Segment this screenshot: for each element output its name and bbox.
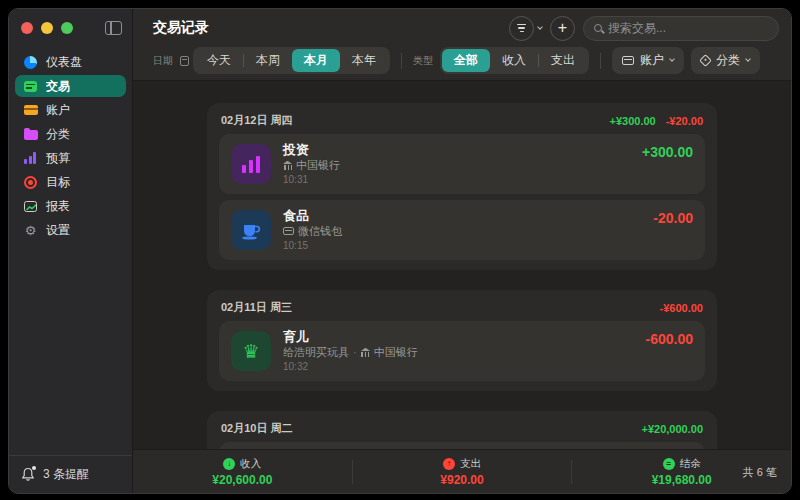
search-field[interactable] <box>583 16 779 41</box>
toolbar: 交易记录 + <box>133 9 791 81</box>
chevron-down-icon <box>669 56 675 62</box>
settings-gear-icon: ⚙ <box>23 223 38 238</box>
fullscreen-window-button[interactable] <box>61 22 73 34</box>
transaction-list[interactable]: 02月12日 周四 +¥300.00 -¥20.00 投资 中国银行 <box>133 81 791 449</box>
budget-bars-icon <box>23 151 38 166</box>
group-expense-total: -¥20.00 <box>666 115 703 127</box>
main-area: 交易记录 + <box>132 9 791 493</box>
search-input[interactable] <box>608 21 768 35</box>
type-option-expense[interactable]: 支出 <box>539 49 587 72</box>
bank-icon <box>361 348 370 357</box>
desktop-background: 仪表盘 交易 账户 分类 预算 <box>0 0 800 500</box>
calendar-icon <box>180 56 189 66</box>
filter-bar: 日期 今天 本周 本月 本年 类型 全部 收入 支 <box>133 47 791 80</box>
income-summary: ↓ 收入 ¥20,600.00 <box>133 457 352 487</box>
investment-category-icon <box>231 144 271 184</box>
sidebar: 仪表盘 交易 账户 分类 预算 <box>9 9 132 493</box>
bell-icon <box>21 467 35 482</box>
transaction-row[interactable]: 食品 微信钱包 10:15 -20.00 <box>219 200 705 260</box>
expense-label: 支出 <box>460 457 481 471</box>
transaction-amount: +300.00 <box>642 144 693 160</box>
transaction-amount: -20.00 <box>653 210 693 226</box>
transaction-account: 中国银行 <box>374 345 418 359</box>
search-icon <box>594 24 602 32</box>
chevron-down-icon <box>537 24 543 30</box>
date-option-year[interactable]: 本年 <box>340 49 388 72</box>
group-date: 02月11日 周三 <box>221 300 292 315</box>
wallet-icon <box>283 227 294 235</box>
app-window: 仪表盘 交易 账户 分类 预算 <box>8 8 792 494</box>
balance-icon: = <box>663 458 675 470</box>
sidebar-item-dashboard[interactable]: 仪表盘 <box>15 51 126 73</box>
sidebar-item-label: 分类 <box>46 126 70 143</box>
account-filter-label: 账户 <box>640 52 664 69</box>
expense-value: ¥920.00 <box>440 473 483 487</box>
sidebar-item-settings[interactable]: ⚙ 设置 <box>15 219 126 241</box>
filter-divider <box>600 53 601 69</box>
date-option-month[interactable]: 本月 <box>292 49 340 72</box>
reminders-row[interactable]: 3 条提醒 <box>9 455 132 493</box>
transaction-amount: -600.00 <box>646 331 693 347</box>
transaction-group: 02月10日 周二 +¥20,000.00 工资 +20,000.00 <box>207 411 717 449</box>
date-option-week[interactable]: 本周 <box>244 49 292 72</box>
accounts-card-icon <box>23 103 38 118</box>
add-transaction-button[interactable]: + <box>550 16 575 41</box>
type-filter-label: 类型 <box>413 54 433 68</box>
transaction-time: 10:32 <box>283 360 418 373</box>
account-filter-button[interactable]: 账户 <box>612 47 684 74</box>
sidebar-item-reports[interactable]: 报表 <box>15 195 126 217</box>
date-option-today[interactable]: 今天 <box>195 49 243 72</box>
food-category-icon <box>231 210 271 250</box>
window-controls <box>21 22 73 34</box>
date-filter-label: 日期 <box>153 54 173 68</box>
card-icon <box>622 56 634 65</box>
transaction-title: 食品 <box>283 208 342 224</box>
sidebar-item-label: 设置 <box>46 222 70 239</box>
type-option-income[interactable]: 收入 <box>490 49 538 72</box>
transaction-row[interactable]: 投资 中国银行 10:31 +300.00 <box>219 134 705 194</box>
page-title: 交易记录 <box>153 19 209 37</box>
balance-label: 结余 <box>680 457 701 471</box>
transaction-group: 02月11日 周三 -¥600.00 ♛ 育儿 给浩明买玩具 · <box>207 290 717 391</box>
goals-target-icon <box>23 175 38 190</box>
filter-menu-button[interactable] <box>509 16 542 41</box>
sidebar-item-label: 账户 <box>46 102 70 119</box>
dashboard-pie-icon <box>23 55 38 70</box>
minimize-window-button[interactable] <box>41 22 53 34</box>
summary-bar: ↓ 收入 ¥20,600.00 ↑ 支出 ¥920.00 = <box>133 449 791 493</box>
category-filter-label: 分类 <box>716 52 740 69</box>
sidebar-item-transactions[interactable]: 交易 <box>15 75 126 97</box>
transaction-group: 02月12日 周四 +¥300.00 -¥20.00 投资 中国银行 <box>207 103 717 270</box>
sidebar-item-budget[interactable]: 预算 <box>15 147 126 169</box>
group-date: 02月10日 周二 <box>221 421 293 436</box>
sidebar-item-accounts[interactable]: 账户 <box>15 99 126 121</box>
filter-icon <box>509 16 534 41</box>
transaction-time: 10:31 <box>283 173 340 186</box>
reminders-label: 3 条提醒 <box>43 466 89 483</box>
sidebar-item-label: 仪表盘 <box>46 54 82 71</box>
sidebar-toggle-icon[interactable] <box>105 21 122 35</box>
sidebar-item-goals[interactable]: 目标 <box>15 171 126 193</box>
childcare-category-icon: ♛ <box>231 331 271 371</box>
transaction-title: 投资 <box>283 142 340 158</box>
separator-dot: · <box>353 345 357 359</box>
sidebar-item-label: 报表 <box>46 198 70 215</box>
group-expense-total: -¥600.00 <box>660 302 703 314</box>
transaction-count: 共 6 笔 <box>743 464 777 479</box>
categories-folder-icon <box>23 127 38 142</box>
group-income-total: +¥20,000.00 <box>642 423 703 435</box>
transaction-note: 给浩明买玩具 <box>283 345 349 359</box>
transaction-row[interactable]: ♛ 育儿 给浩明买玩具 · 中国银行 10:32 -600.00 <box>219 321 705 381</box>
transaction-row[interactable]: 工资 +20,000.00 <box>219 442 705 449</box>
group-date: 02月12日 周四 <box>221 113 293 128</box>
type-option-all[interactable]: 全部 <box>442 49 490 72</box>
expense-summary: ↑ 支出 ¥920.00 <box>353 457 572 487</box>
chevron-down-icon <box>745 56 751 62</box>
transaction-time: 10:15 <box>283 239 342 252</box>
sidebar-item-categories[interactable]: 分类 <box>15 123 126 145</box>
date-range-segmented: 今天 本周 本月 本年 <box>193 47 390 74</box>
income-value: ¥20,600.00 <box>212 473 272 487</box>
sidebar-item-label: 预算 <box>46 150 70 167</box>
category-filter-button[interactable]: 分类 <box>691 47 760 74</box>
close-window-button[interactable] <box>21 22 33 34</box>
